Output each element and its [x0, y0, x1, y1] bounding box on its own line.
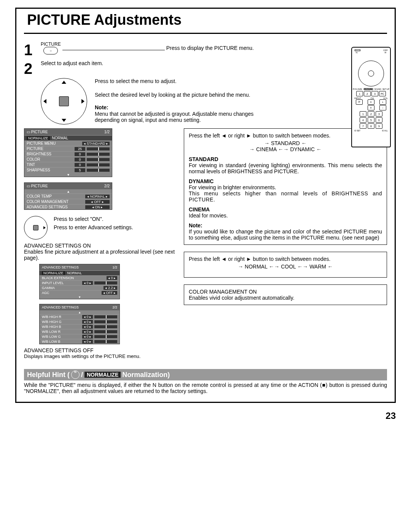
osd1-color-value: 0 — [75, 158, 85, 161]
remote-fn-setup: SET UP — [382, 88, 389, 90]
osd2-colortemp-label: COLOR TEMP — [27, 194, 85, 198]
remote-num-9: 9 — [376, 123, 382, 129]
remote-idall-label: ID ALL — [382, 129, 388, 132]
helpful-hint-bar: Helpful Hint ( N / NORMALIZE Normalizati… — [24, 369, 387, 380]
right-note-label: Note: — [189, 222, 202, 228]
remote-ch-up: ∧ — [368, 99, 374, 105]
standard-heading: STANDARD — [189, 156, 218, 162]
osd3-header: ADVANCED SETTINGS — [42, 265, 79, 269]
remote-vol-down: − — [379, 105, 386, 110]
osd-advanced-1: ADVANCED SETTINGS1/2 NORMALIZENORMAL BLA… — [39, 264, 120, 299]
right-note-body: If you would like to change the picture … — [189, 228, 382, 241]
osd2-advanced-value: ON — [95, 205, 100, 209]
osd1-picture-menu-label: PICTURE MENU — [27, 141, 82, 145]
osd1-header: PICTURE — [31, 130, 48, 134]
remote-num-2: 2 — [368, 111, 374, 117]
dpad-right-arrow-icon — [81, 99, 84, 104]
step-2-number: 2 — [24, 60, 41, 77]
osd3-page: 1/2 — [112, 265, 117, 269]
hint-prefix: Helpful Hint ( — [27, 371, 70, 379]
osd1-normalize: NORMALIZE — [27, 136, 50, 140]
cinema-heading: CINEMA — [189, 206, 210, 212]
note-label: Note: — [95, 104, 108, 110]
osd3-blackext-value: 0 — [111, 276, 113, 280]
temp-cycle-diagram: → NORMAL ←→ COOL ←→ WARM ← — [189, 264, 382, 270]
hint-slash: / — [81, 371, 83, 379]
osd4-whb-value: 0 — [86, 325, 88, 329]
dynamic-heading: DYNAMIC — [189, 178, 213, 184]
slider-icon — [87, 163, 110, 166]
osd2-colormgmt-value: OFF — [94, 200, 101, 204]
osd4-wlr-value: 0 — [86, 330, 88, 334]
dynamic-body-1: For viewing in brighter environments. — [189, 184, 382, 190]
osd2-page: 2/2 — [104, 184, 110, 188]
remote-fn-picture: PICTURE — [363, 88, 373, 90]
osd1-picture-menu-value: STANDARD — [87, 142, 105, 145]
slider-icon — [94, 315, 117, 318]
n-button-icon: N — [71, 371, 80, 379]
hint-suffix: Normalization) — [122, 371, 170, 379]
step-1-action: Press to display the PICTURE menu. — [166, 45, 254, 51]
temp-switch-instruction: Press the left ◄ or right ► button to sw… — [189, 256, 382, 262]
dynamic-body-2: This menu selects higher than normal lev… — [189, 190, 382, 203]
osd4-whg-label: W/B HIGH G — [42, 320, 82, 324]
remote-ch-down: ∨ — [368, 105, 374, 110]
step-2-callout-2: Select the desired level by looking at t… — [95, 92, 270, 98]
osd4-whg-value: 0 — [86, 320, 88, 324]
page-number: 23 — [0, 411, 396, 421]
step-2-intro: Select to adjust each item. — [41, 60, 103, 66]
advanced-off-heading: ADVANCED SETTINGS OFF — [24, 347, 176, 353]
picture-button-icon: ○ — [43, 47, 58, 54]
dpad-center-icon — [33, 225, 38, 230]
slider-icon — [94, 281, 117, 284]
dpad-small-diagram — [24, 216, 48, 240]
remote-input-pc: PC — [379, 91, 386, 96]
hint-body: While the "PICTURE" menu is displayed, i… — [24, 382, 387, 394]
leader-line — [62, 50, 165, 50]
remote-vol-up: + — [379, 99, 386, 105]
osd1-color-label: COLOR — [27, 157, 75, 161]
remote-control-diagram: ON OFF N R POS./SIZE PICTURE SOUND SET U… — [351, 47, 391, 147]
osd4-wlr-label: W/B LOW R — [42, 330, 82, 334]
remote-wheel — [358, 61, 384, 86]
osd3-agc-value: OFF — [106, 291, 113, 295]
remote-num-5: 5 — [368, 117, 374, 123]
slider-icon — [94, 335, 117, 338]
osd4-wlb-label: W/B LOW B — [42, 340, 82, 343]
osd3-gamma-value: 2.2 — [108, 286, 113, 290]
remote-input-2: 2 — [364, 91, 371, 96]
osd1-normal: NORMAL — [52, 136, 68, 140]
color-mgmt-box: COLOR MANAGEMENT ON Enables vivid color … — [184, 284, 387, 305]
osd1-page: 1/2 — [104, 130, 110, 134]
remote-fn-sound: SOUND — [374, 88, 381, 90]
osd1-tint-label: TINT — [27, 163, 75, 167]
osd4-whr-label: W/B HIGH R — [42, 315, 82, 319]
osd4-whr-value: 0 — [86, 315, 88, 319]
color-mgmt-heading: COLOR MANAGEMENT ON — [189, 289, 382, 295]
standard-body: For viewing in standard (evening lightin… — [189, 162, 382, 174]
dpad-diagram — [41, 78, 87, 125]
remote-input-btn: ⟳ — [356, 99, 363, 105]
dpad-right-arrow-icon — [43, 226, 46, 229]
osd2-colormgmt-label: COLOR MANAGEMENT — [27, 200, 85, 204]
osd1-picture-label: PICTURE — [27, 147, 75, 151]
remote-r-label: R — [385, 51, 386, 54]
remote-idset-label: ID SET — [354, 129, 360, 132]
slider-icon — [94, 330, 117, 333]
remote-input-1: 1 — [356, 91, 363, 96]
osd2-colortemp-value: NORMAL — [90, 195, 105, 198]
osd4-header: ADVANCED SETTINGS — [42, 305, 79, 309]
osd-advanced-2: ADVANCED SETTINGS2/2 ▴ W/B HIGH R◂ 0 ▸ W… — [39, 304, 120, 344]
slider-icon — [94, 325, 117, 328]
step-2-note-body: Menu that cannot be adjusted is grayout.… — [95, 111, 270, 123]
color-temp-box: Press the left ◄ or right ► button to sw… — [184, 252, 387, 278]
osd1-sharpness-label: SHARPNESS — [27, 168, 75, 172]
osd4-wlg-value: 0 — [86, 335, 88, 339]
step-2-callout-1: Press to select the menu to adjust. — [95, 78, 270, 84]
osd4-wlg-label: W/B LOW G — [42, 335, 82, 339]
remote-on-label: ON — [354, 49, 361, 51]
remote-num-3: 3 — [376, 111, 382, 117]
remote-num-6: 6 — [376, 117, 382, 123]
osd4-whb-label: W/B HIGH B — [42, 325, 82, 329]
osd3-normalize: NORMALIZE — [42, 271, 65, 275]
